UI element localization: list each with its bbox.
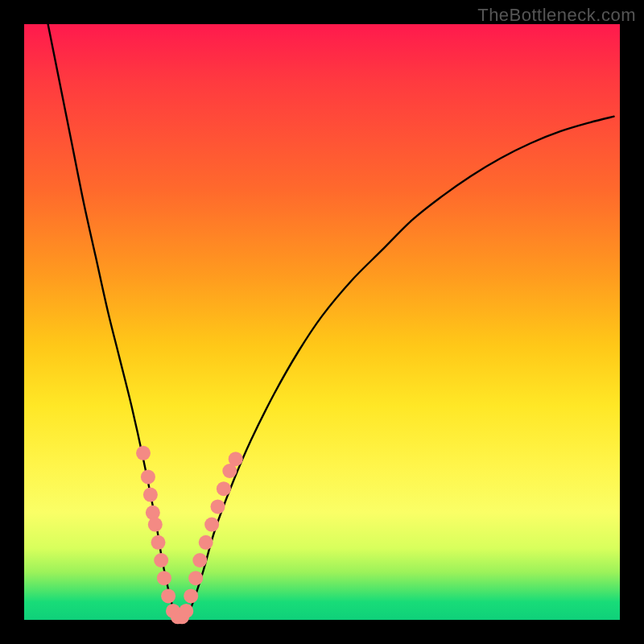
highlight-dot	[146, 506, 160, 520]
highlight-dot	[136, 446, 151, 460]
highlight-dot	[157, 571, 171, 585]
highlight-dot	[192, 553, 207, 568]
highlight-dot	[151, 535, 166, 550]
watermark-text: TheBottleneck.com	[477, 5, 636, 26]
highlight-dot	[229, 452, 243, 466]
highlight-dot	[154, 553, 168, 568]
highlight-dot	[143, 488, 158, 502]
highlight-dot	[188, 571, 203, 585]
highlight-dot	[184, 588, 198, 603]
highlight-dot	[211, 499, 225, 514]
highlight-dots	[136, 446, 243, 625]
highlight-dot	[217, 481, 231, 496]
highlight-dot	[148, 518, 163, 532]
bottleneck-curve	[48, 24, 614, 621]
chart-frame: TheBottleneck.com	[0, 0, 644, 644]
curve-path	[48, 24, 614, 621]
highlight-dot	[199, 535, 213, 550]
highlight-dot	[141, 469, 155, 484]
highlight-dot	[161, 588, 175, 603]
highlight-dot	[179, 604, 193, 618]
chart-svg	[0, 0, 644, 644]
highlight-dot	[204, 518, 219, 532]
